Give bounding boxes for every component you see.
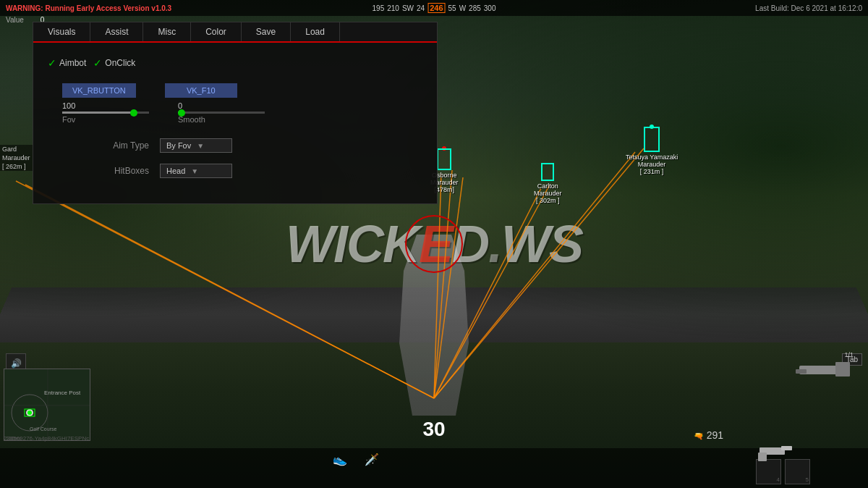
- svg-point-15: [27, 411, 32, 415]
- fov-label: Fov: [62, 115, 149, 124]
- menu-panel: Visuals Assist Misc Color Save Load ✓ Ai…: [33, 22, 438, 204]
- smooth-thumb: [178, 109, 185, 117]
- last-build: Last Build: Dec 6 2021 at 16:12:0: [755, 4, 862, 12]
- bottom-bar: [0, 448, 868, 488]
- hitboxes-arrow-icon: ▼: [191, 167, 198, 175]
- top-hud-left: WARNING: Running Early Access Version v1…: [6, 4, 171, 12]
- compass-195: 195: [373, 4, 385, 12]
- fov-slider-container: 100 Fov: [62, 101, 149, 124]
- center-ammo: 30: [422, 418, 445, 441]
- boot-icon: 👟: [333, 453, 347, 466]
- menu-tabs: Visuals Assist Misc Color Save Load: [33, 22, 437, 43]
- tab-save[interactable]: Save: [242, 22, 291, 41]
- fov-thumb: [130, 109, 137, 117]
- warning-text: WARNING: Running Early Access Version v1…: [6, 4, 171, 12]
- key1-button[interactable]: VK_RBUTTON: [62, 83, 136, 98]
- ammo-reserve-count: 291: [707, 429, 723, 441]
- secondary-weapon: [752, 442, 796, 466]
- ammo-slot-count: 1/1: [796, 351, 854, 358]
- key2-button[interactable]: VK_F10: [165, 83, 237, 98]
- hitboxes-row: HitBoxes Head ▼: [91, 164, 422, 178]
- item-icons: 👟 🗡️: [333, 453, 379, 466]
- smooth-slider-container: 0 Smooth: [178, 101, 265, 124]
- smooth-label: Smooth: [178, 115, 265, 124]
- aimtype-row: Aim Type By Fov ▼: [91, 138, 422, 153]
- session-id: 230569276-Ya4p84kGHI7ESPNc: [4, 435, 89, 442]
- fov-track[interactable]: [62, 112, 149, 114]
- svg-text:Entrance Post: Entrance Post: [44, 390, 81, 396]
- svg-rect-23: [758, 453, 767, 461]
- svg-rect-20: [835, 362, 850, 376]
- left-player-dist: [ 262m ]: [0, 162, 33, 171]
- tab-visuals[interactable]: Visuals: [33, 22, 90, 41]
- hitboxes-label: HitBoxes: [91, 166, 149, 176]
- tab-misc[interactable]: Misc: [143, 22, 191, 41]
- aimtype-label: Aim Type: [91, 140, 149, 151]
- aimbot-checkbox[interactable]: ✓ Aimbot: [48, 57, 86, 69]
- menu-content: ✓ Aimbot ✓ OnClick VK_RBUTTON VK_F10 100…: [33, 43, 437, 203]
- svg-text:Golf Course: Golf Course: [30, 426, 56, 432]
- top-hud: WARNING: Running Early Access Version v1…: [0, 0, 868, 16]
- tab-assist[interactable]: Assist: [90, 22, 143, 41]
- session-info: 230569276-Ya4p84kGHI7ESPNc: [0, 434, 93, 443]
- ammo-reserve-display: 🔫 291: [694, 429, 723, 441]
- item2-icon: 🗡️: [365, 453, 379, 466]
- aimtype-dropdown[interactable]: By Fov ▼: [160, 138, 232, 153]
- compass-285: 285: [469, 4, 481, 12]
- svg-rect-24: [781, 446, 792, 450]
- minimap-svg: Entrance Post Golf Course 100ms: [4, 369, 90, 441]
- aimtype-value: By Fov: [166, 141, 191, 150]
- compass-24: 24: [417, 4, 425, 12]
- aim-settings: Aim Type By Fov ▼ HitBoxes Head ▼: [91, 138, 422, 178]
- onclick-label: OnClick: [105, 58, 135, 68]
- tab-color[interactable]: Color: [191, 22, 242, 41]
- left-player-esp: Gard Marauder [ 262m ]: [0, 145, 33, 171]
- weapon-icon: [796, 358, 854, 380]
- left-player-faction: Marauder: [0, 153, 33, 162]
- compass-sw: SW: [402, 4, 414, 12]
- onclick-check-icon: ✓: [93, 57, 102, 69]
- fov-value: 100: [62, 101, 149, 110]
- smooth-value: 0: [178, 101, 265, 110]
- compass-w: W: [459, 4, 466, 12]
- pistol-icon: [752, 442, 796, 463]
- compass-highlighted: 246: [427, 3, 445, 13]
- key-buttons: VK_RBUTTON VK_F10: [62, 83, 422, 98]
- value-label: Value: [6, 16, 24, 24]
- aimtype-arrow-icon: ▼: [197, 142, 204, 150]
- hitboxes-dropdown[interactable]: Head ▼: [160, 164, 232, 178]
- aimbot-header: ✓ Aimbot ✓ OnClick: [48, 57, 422, 69]
- sliders-row: 100 Fov 0 Smooth: [62, 101, 422, 124]
- compass-300: 300: [484, 4, 496, 12]
- left-player-name: Gard: [0, 145, 33, 153]
- compass-210: 210: [387, 4, 399, 12]
- fov-fill: [62, 112, 132, 114]
- aimbot-check-icon: ✓: [48, 57, 56, 69]
- tab-load[interactable]: Load: [291, 22, 340, 41]
- compass-55: 55: [448, 4, 456, 12]
- compass: 195 210 SW 24 246 55 W 285 300: [373, 0, 496, 16]
- smooth-track[interactable]: [178, 112, 265, 114]
- onclick-checkbox[interactable]: ✓ OnClick: [93, 57, 135, 69]
- minimap: Entrance Post Golf Course 100ms: [4, 369, 90, 441]
- aimbot-label: Aimbot: [59, 58, 86, 68]
- svg-rect-21: [796, 369, 807, 374]
- hitboxes-value: Head: [166, 167, 185, 175]
